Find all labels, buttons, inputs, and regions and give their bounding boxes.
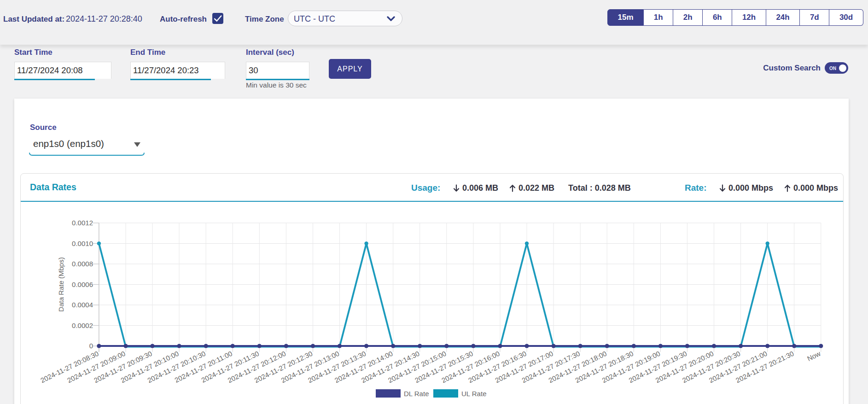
svg-text:DL Rate: DL Rate bbox=[404, 390, 429, 398]
svg-text:0.0002: 0.0002 bbox=[72, 322, 93, 329]
svg-text:0.0010: 0.0010 bbox=[72, 240, 93, 247]
svg-text:UL Rate: UL Rate bbox=[461, 390, 486, 398]
svg-text:0.0012: 0.0012 bbox=[72, 219, 93, 227]
svg-text:0.0008: 0.0008 bbox=[72, 260, 93, 268]
svg-text:Data Rate (Mbps): Data Rate (Mbps) bbox=[57, 257, 65, 311]
svg-text:0.0006: 0.0006 bbox=[72, 281, 93, 288]
svg-text:0: 0 bbox=[89, 342, 93, 350]
svg-text:Now: Now bbox=[806, 349, 822, 363]
svg-text:0.0004: 0.0004 bbox=[72, 301, 93, 309]
